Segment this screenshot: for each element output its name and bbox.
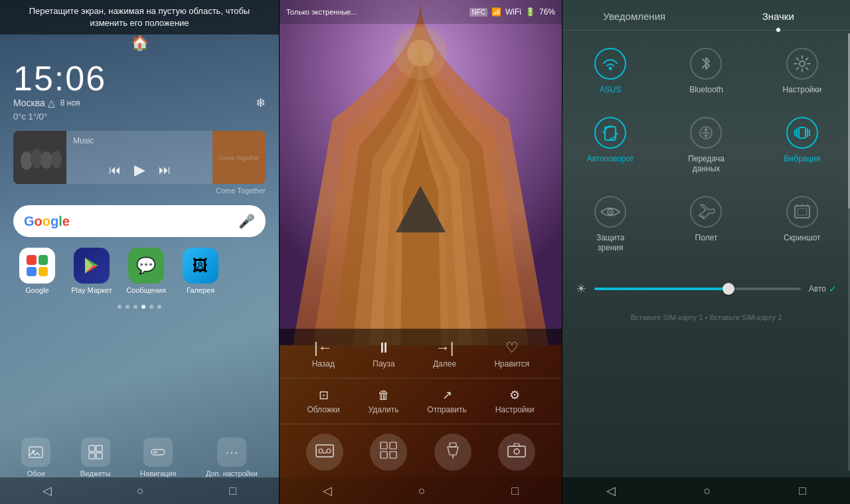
qs-grid: ASUS Bluetooth Настройки	[562, 31, 850, 271]
eyeprotect-label: Защита зрения	[596, 233, 625, 254]
play-button[interactable]: ▶	[134, 161, 145, 179]
flight-icon	[690, 196, 722, 228]
home-button-p2[interactable]: ○	[418, 484, 426, 498]
gear-svg	[793, 54, 811, 73]
dot-6	[157, 305, 161, 309]
app-gallery-label: Галерея	[187, 286, 214, 294]
svg-point-18	[407, 40, 434, 66]
google-search-bar[interactable]: Google 🎤	[13, 205, 266, 237]
album-art-left	[13, 131, 66, 184]
hint-bar: Перетащите экран, нажимая на пустую обла…	[0, 0, 279, 35]
heart-icon: ♡	[505, 339, 519, 357]
album-art-svg: Come Together	[212, 131, 266, 184]
home-button-p3[interactable]: ○	[704, 484, 711, 498]
tab-notifications[interactable]: Уведомления	[562, 0, 707, 30]
wifi-svg	[601, 56, 620, 71]
quick-settings-panel: Уведомления Значки ASUS	[562, 0, 850, 504]
cassette-icon	[315, 443, 334, 462]
next-button[interactable]: ⏭	[159, 163, 171, 177]
share-icon: ↗	[442, 388, 452, 402]
qs-settings[interactable]: Настройки	[754, 37, 850, 106]
snowflake-icon: ❄	[256, 96, 266, 110]
app-gallery[interactable]: 🖼 Галерея	[177, 248, 224, 294]
recents-button-p3[interactable]: □	[799, 484, 806, 498]
dot-2	[126, 305, 129, 309]
icons-tab-label: Значки	[762, 11, 794, 22]
qs-vibration[interactable]: Вибрация	[754, 106, 850, 185]
home-content: 🏠 15:06 Москва △ 8 ноя ❄ 0°с 1°/0°	[0, 0, 279, 504]
recents-button-p2[interactable]: □	[511, 484, 519, 498]
qs-flight[interactable]: Полет	[658, 185, 754, 264]
svg-point-20	[319, 449, 323, 453]
app-play[interactable]: Play Маркет	[68, 248, 116, 294]
album-faces-svg	[13, 131, 66, 184]
vibration-label: Вибрация	[784, 154, 820, 165]
back-ctrl[interactable]: |← Назад	[312, 339, 335, 369]
clock-widget: 15:06 Москва △ 8 ноя ❄ 0°с 1°/0°	[13, 58, 266, 122]
asus-label: ASUS	[600, 85, 622, 96]
sim-text: Вставьте SIM-карту 1 • Вставьте SIM-карт…	[631, 313, 782, 321]
brightness-slider[interactable]	[594, 288, 801, 290]
pause-ctrl[interactable]: ⏸ Пауза	[373, 339, 394, 369]
status-text-p2: Только экстренные...	[286, 8, 469, 16]
camera-icon	[507, 443, 526, 462]
qs-autorotate[interactable]: Автоповорот	[562, 106, 658, 185]
media-btn-1[interactable]	[306, 434, 343, 471]
sim-info: Вставьте SIM-карту 1 • Вставьте SIM-карт…	[562, 307, 850, 328]
status-icons-p2: NFC 📶 WiFi 🔋 76%	[469, 7, 555, 17]
screenshot-label: Скриншот	[784, 233, 820, 244]
controls-row-3	[280, 424, 562, 471]
qs-bluetooth[interactable]: Bluetooth	[658, 37, 754, 106]
signal-icon: 📶	[491, 7, 501, 17]
qs-asus[interactable]: ASUS	[562, 37, 658, 106]
svg-point-4	[51, 151, 62, 168]
svg-point-29	[514, 449, 519, 454]
svg-rect-26	[450, 443, 456, 447]
settings-ctrl[interactable]: ⚙ Настройки	[495, 388, 535, 414]
app-google[interactable]: Google	[13, 248, 61, 294]
back-label: Назад	[312, 359, 335, 369]
qs-screenshot[interactable]: Скриншот	[754, 185, 850, 264]
svg-rect-41	[795, 206, 809, 218]
media-btn-2[interactable]	[370, 434, 407, 471]
settings-gear-icon	[786, 48, 818, 80]
grid-icon	[380, 442, 397, 463]
back-button-p2[interactable]: ◁	[323, 483, 332, 498]
share-ctrl[interactable]: ↗ Отправить	[427, 388, 467, 414]
status-bar-p2: Только экстренные... NFC 📶 WiFi 🔋 76%	[280, 0, 562, 24]
delete-icon: 🗑	[378, 388, 390, 402]
music-widget[interactable]: Music ⏮ ▶ ⏭ Come Together	[13, 131, 266, 184]
qs-eyeprotect[interactable]: Защита зрения	[562, 185, 658, 264]
svg-rect-24	[381, 452, 387, 458]
pause-icon: ⏸	[377, 339, 391, 357]
hint-text: Перетащите экран, нажимая на пустую обла…	[29, 6, 250, 28]
vibration-icon	[786, 117, 818, 149]
media-btn-4[interactable]	[498, 434, 535, 471]
music-controls[interactable]: ⏮ ▶ ⏭	[73, 161, 206, 179]
covers-ctrl[interactable]: ⊡ Обложки	[307, 388, 339, 414]
flashlight-icon	[446, 442, 460, 463]
like-ctrl[interactable]: ♡ Нравится	[494, 339, 529, 369]
pause-label: Пауза	[373, 359, 394, 369]
auto-check-icon: ✓	[829, 284, 837, 294]
media-btn-3[interactable]	[434, 434, 471, 471]
tab-icons[interactable]: Значки	[707, 0, 851, 30]
share-label: Отправить	[427, 405, 467, 414]
svg-rect-34	[799, 127, 806, 138]
app-play-label: Play Маркет	[71, 286, 112, 294]
qs-datatransfer[interactable]: Передача данных	[658, 106, 754, 185]
clock-time: 15:06	[13, 58, 266, 98]
delete-ctrl[interactable]: 🗑 Удалить	[369, 388, 399, 414]
autorotate-icon	[594, 117, 626, 149]
bluetooth-icon	[690, 48, 722, 80]
svg-point-40	[610, 210, 612, 212]
back-button-p3[interactable]: ◁	[606, 483, 616, 498]
prev-button[interactable]: ⏮	[109, 163, 121, 177]
asus-wifi-icon	[594, 48, 626, 80]
brightness-fill	[594, 288, 728, 290]
app-messages[interactable]: 💬 Сообщения	[122, 248, 170, 294]
svg-point-21	[327, 449, 331, 453]
google-mic-icon[interactable]: 🎤	[238, 213, 255, 229]
qs-header: Уведомления Значки	[562, 0, 850, 31]
next-ctrl[interactable]: →| Далее	[433, 339, 456, 369]
